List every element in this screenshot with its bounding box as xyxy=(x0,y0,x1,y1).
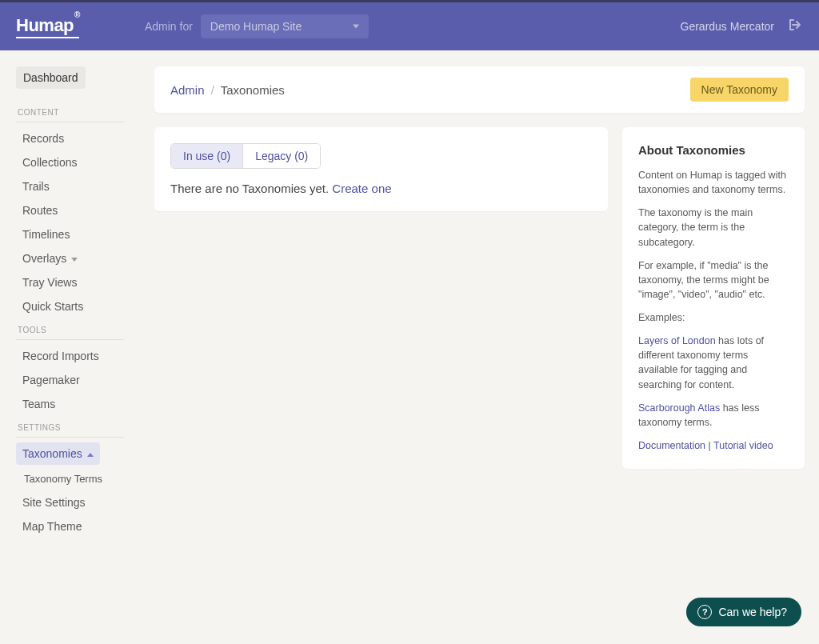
tutorial-video-link[interactable]: Tutorial video xyxy=(713,440,773,451)
sidebar-item-overlays[interactable]: Overlays xyxy=(16,247,140,270)
sidebar-heading-tools: TOOLS xyxy=(18,326,140,334)
app-header: Humap® Admin for Demo Humap Site Gerardu… xyxy=(0,2,819,50)
site-select[interactable]: Demo Humap Site xyxy=(201,14,369,38)
sidebar-item-teams[interactable]: Teams xyxy=(16,393,140,415)
divider xyxy=(16,122,124,122)
sidebar-item-pagemaker[interactable]: Pagemaker xyxy=(16,369,140,391)
help-icon: ? xyxy=(697,605,712,619)
sidebar-item-record-imports[interactable]: Record Imports xyxy=(16,345,140,367)
tab-legacy[interactable]: Legacy (0) xyxy=(243,144,320,168)
empty-message: There are no Taxonomies yet. Create one xyxy=(170,182,592,195)
about-examples-label: Examples: xyxy=(638,310,789,325)
sidebar-item-collections[interactable]: Collections xyxy=(16,151,140,174)
scarborough-atlas-link[interactable]: Scarborough Atlas xyxy=(638,402,720,414)
about-panel: About Taxonomies Content on Humap is tag… xyxy=(622,127,805,469)
about-example-2: Scarborough Atlas has less taxonomy term… xyxy=(638,401,789,430)
about-title: About Taxonomies xyxy=(638,143,789,157)
breadcrumb-sep: / xyxy=(211,83,214,97)
help-widget[interactable]: ? Can we help? xyxy=(686,598,801,626)
about-example-1: Layers of London has lots of different t… xyxy=(638,334,789,392)
sidebar-heading-content: CONTENT xyxy=(18,108,140,117)
tab-in-use[interactable]: In use (0) xyxy=(171,144,243,168)
breadcrumb-current: Taxonomies xyxy=(221,83,285,97)
username[interactable]: Gerardus Mercator xyxy=(681,20,774,33)
create-one-link[interactable]: Create one xyxy=(332,182,391,195)
sidebar-item-quick-starts[interactable]: Quick Starts xyxy=(16,295,140,318)
about-p1: Content on Humap is tagged with taxonomi… xyxy=(638,168,789,197)
documentation-link[interactable]: Documentation xyxy=(638,440,705,451)
layers-of-london-link[interactable]: Layers of London xyxy=(638,335,716,346)
sidebar-item-routes[interactable]: Routes xyxy=(16,199,140,222)
sidebar-item-records[interactable]: Records xyxy=(16,127,140,150)
breadcrumb: Admin / Taxonomies xyxy=(170,83,285,97)
logout-icon[interactable] xyxy=(789,18,803,34)
tabs: In use (0) Legacy (0) xyxy=(170,143,321,169)
sidebar-item-taxonomies[interactable]: Taxonomies xyxy=(16,442,100,465)
logo[interactable]: Humap® xyxy=(16,15,79,38)
sidebar-item-timelines[interactable]: Timelines xyxy=(16,223,140,246)
breadcrumb-bar: Admin / Taxonomies New Taxonomy xyxy=(154,66,805,113)
about-p2: The taxonomy is the main category, the t… xyxy=(638,206,789,249)
sidebar-item-dashboard[interactable]: Dashboard xyxy=(16,66,86,89)
sidebar-item-tray-views[interactable]: Tray Views xyxy=(16,271,140,294)
sidebar: Dashboard CONTENT Records Collections Tr… xyxy=(0,50,140,539)
sidebar-item-trails[interactable]: Trails xyxy=(16,175,140,198)
about-docs: Documentation | Tutorial video xyxy=(638,438,789,453)
sidebar-item-site-settings[interactable]: Site Settings xyxy=(16,491,140,514)
help-label: Can we help? xyxy=(718,606,787,618)
about-p3: For example, if "media" is the taxonomy,… xyxy=(638,258,789,302)
new-taxonomy-button[interactable]: New Taxonomy xyxy=(690,78,789,102)
sidebar-heading-settings: SETTINGS xyxy=(18,423,140,432)
divider xyxy=(16,437,124,438)
main-panel: In use (0) Legacy (0) There are no Taxon… xyxy=(154,127,608,211)
breadcrumb-admin[interactable]: Admin xyxy=(170,83,205,97)
admin-for-label: Admin for xyxy=(145,20,193,33)
sidebar-item-map-theme[interactable]: Map Theme xyxy=(16,515,140,538)
divider xyxy=(16,339,124,340)
sidebar-item-taxonomy-terms[interactable]: Taxonomy Terms xyxy=(16,468,140,490)
